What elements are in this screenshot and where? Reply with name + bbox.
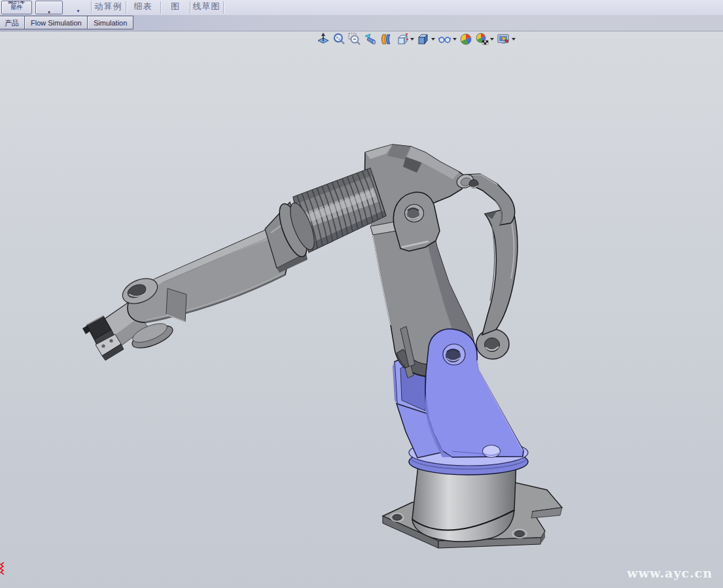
zoom-to-area-icon[interactable] xyxy=(347,33,362,46)
display-style-icon[interactable] xyxy=(416,33,436,46)
zoom-to-fit-icon[interactable] xyxy=(332,33,346,46)
tab-simulation[interactable]: Simulation xyxy=(87,16,133,29)
axis-plane-icon[interactable] xyxy=(316,33,330,46)
assembly-features-dropdown-button[interactable]: ▼ xyxy=(35,1,63,14)
dropdown-arrow-icon: ▼ xyxy=(36,10,62,14)
bill-of-materials-button[interactable]: 细表 xyxy=(127,0,159,15)
hide-show-items-icon[interactable] xyxy=(437,33,457,46)
watermark: www.ayc.cn xyxy=(627,566,713,580)
edit-appearance-icon[interactable] xyxy=(459,33,473,46)
heads-up-view-toolbar xyxy=(316,32,516,46)
dropdown-arrow-icon[interactable] xyxy=(453,38,457,41)
tab-flow-simulation[interactable]: Flow Simulation xyxy=(24,16,88,29)
bellows[interactable] xyxy=(265,168,386,273)
view-orientation-icon[interactable] xyxy=(395,33,415,46)
dropdown-arrow-icon[interactable] xyxy=(410,38,414,41)
hide-show-components-label-line2: 部件 xyxy=(2,5,31,10)
dropdown-arrow-icon[interactable] xyxy=(512,38,516,41)
command-manager-tab-bar: 产品 Flow Simulation Simulation xyxy=(0,15,723,31)
toolbar-separator xyxy=(160,1,161,14)
toolbar-separator xyxy=(126,1,126,14)
dropdown-arrow-icon[interactable] xyxy=(431,38,435,41)
upper-link-and-pin[interactable] xyxy=(455,172,515,225)
dropdown-arrow-icon: ▼ xyxy=(66,9,90,13)
reference-geometry-dropdown-button[interactable]: ▼ xyxy=(66,1,90,14)
motion-study-button[interactable]: 动算例 xyxy=(92,0,124,15)
hide-show-components-button[interactable]: 藏的零 部件 xyxy=(1,1,32,14)
forearm-link[interactable] xyxy=(119,221,291,322)
application-window: 藏的零 部件 ▼ ▼ 动算例 细表 图 线草图 产品 xyxy=(0,0,723,588)
robot-arm-model[interactable] xyxy=(0,0,723,588)
red-edge-mark xyxy=(0,562,4,574)
toolbar-separator xyxy=(223,1,224,14)
section-view-icon[interactable] xyxy=(379,33,394,46)
dropdown-arrow-icon[interactable] xyxy=(490,38,494,41)
explode-line-sketch-button[interactable]: 线草图 xyxy=(191,0,222,15)
exploded-view-button[interactable]: 图 xyxy=(162,0,189,15)
apply-scene-icon[interactable] xyxy=(474,33,495,46)
disk-bolt-dome[interactable] xyxy=(483,445,501,458)
view-settings-icon[interactable] xyxy=(496,33,516,46)
toolbar-separator xyxy=(91,1,92,14)
tab-product[interactable]: 产品 xyxy=(0,16,26,29)
previous-view-icon[interactable] xyxy=(363,33,378,46)
command-toolbar: 藏的零 部件 ▼ ▼ 动算例 细表 图 线草图 xyxy=(0,0,723,16)
linkage-rod[interactable] xyxy=(476,207,518,359)
toolbar-separator xyxy=(190,1,190,14)
